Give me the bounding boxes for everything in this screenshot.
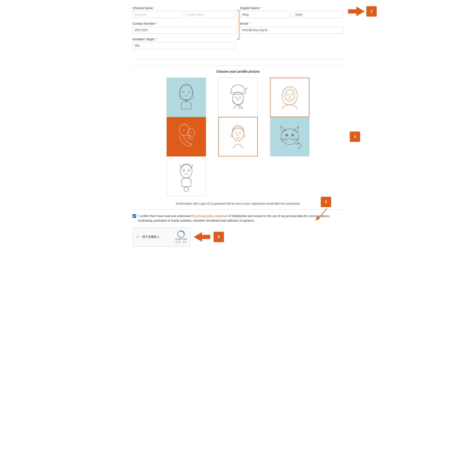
english-lastname-input[interactable] <box>293 11 343 18</box>
chinese-given-name-input[interactable] <box>186 11 236 18</box>
profile-picture-title: Choose your profile picture <box>133 70 343 73</box>
arrow-5-icon <box>314 207 328 222</box>
donation-required: * <box>156 37 157 41</box>
profile-grid <box>160 78 316 196</box>
badge-4: 4 <box>350 131 360 142</box>
page-container: Chinese Name English Name * <box>124 0 352 253</box>
recaptcha-brand: reCAPTCHA <box>175 238 187 240</box>
avatar-5-icon <box>224 121 252 152</box>
contact-required: * <box>156 22 157 25</box>
avatar-6[interactable] <box>270 117 309 156</box>
english-firstname-input[interactable] <box>240 11 290 18</box>
svg-point-18 <box>232 127 244 141</box>
email-label: Email * <box>240 22 343 25</box>
svg-marker-26 <box>294 126 299 132</box>
recaptcha-subtext: 隱私權．條款 <box>175 241 187 244</box>
svg-point-23 <box>291 94 293 95</box>
recaptcha-logo-area: reCAPTCHA 隱私權．條款 <box>175 230 187 244</box>
avatar-7[interactable] <box>167 156 206 196</box>
avatar-6-icon <box>276 121 303 152</box>
profile-col-3 <box>264 78 316 196</box>
form-row-names: Chinese Name English Name * <box>133 6 343 18</box>
donation-input[interactable] <box>133 42 236 49</box>
annotation-5: 5 <box>321 197 331 207</box>
profile-outer: 4 <box>133 78 343 196</box>
badge-3: 3 <box>366 6 377 17</box>
badge-5: 5 <box>321 197 331 207</box>
svg-marker-41 <box>194 232 210 242</box>
section-divider <box>133 65 343 66</box>
svg-point-1 <box>180 85 192 100</box>
svg-point-30 <box>292 134 293 136</box>
contact-input[interactable] <box>133 27 236 34</box>
svg-marker-0 <box>348 7 365 16</box>
annotation-3: 3 <box>348 6 377 17</box>
svg-line-32 <box>281 138 288 139</box>
avatar-7-icon <box>173 161 200 192</box>
avatar-4[interactable] <box>167 117 206 156</box>
arrow-3-icon <box>348 6 365 17</box>
svg-line-10 <box>188 169 189 170</box>
svg-line-35 <box>292 138 298 139</box>
svg-rect-17 <box>239 107 242 109</box>
english-name-col: English Name * 3 <box>240 6 343 18</box>
annotation-5-arrow <box>314 207 328 222</box>
avatar-2[interactable] <box>218 78 258 117</box>
recaptcha-label: 我不是機器人 <box>142 235 160 239</box>
english-name-required: * <box>261 6 262 10</box>
contact-number-col: Contact Number * <box>133 22 236 34</box>
svg-point-21 <box>285 90 295 101</box>
avatar-3[interactable] <box>270 78 309 117</box>
consent-checkbox[interactable] <box>133 214 136 218</box>
svg-point-5 <box>188 92 190 93</box>
svg-marker-31 <box>289 138 290 139</box>
form-row-contact-email: Contact Number * Email * <box>133 22 343 34</box>
chinese-name-label: Chinese Name <box>133 6 236 10</box>
recaptcha-left: ✓ 我不是機器人 <box>136 234 160 240</box>
svg-marker-39 <box>316 216 320 221</box>
svg-point-8 <box>180 164 192 178</box>
profile-picture-section: Choose your profile picture <box>133 70 343 196</box>
avatar-1-icon <box>173 82 200 113</box>
recaptcha-logo-icon <box>177 230 185 238</box>
email-input[interactable] <box>240 27 343 34</box>
confirmation-note: Confirmation with Login ID & password wi… <box>133 202 343 205</box>
svg-point-19 <box>235 132 237 134</box>
svg-point-22 <box>287 94 289 95</box>
english-name-inputs <box>240 11 343 18</box>
privacy-policy-link[interactable]: the privacy policy statement <box>192 214 228 218</box>
recaptcha-widget[interactable]: ✓ 我不是機器人 reCAPTCHA 隱私權．條款 <box>133 227 190 247</box>
badge-5-area: Confirmation with Login ID & password wi… <box>133 202 343 205</box>
svg-point-16 <box>239 97 241 98</box>
avatar-1[interactable] <box>167 78 206 117</box>
svg-point-13 <box>184 187 189 192</box>
svg-point-15 <box>235 97 237 98</box>
svg-marker-25 <box>281 126 286 132</box>
svg-point-11 <box>183 170 185 172</box>
svg-point-20 <box>239 132 241 134</box>
recaptcha-row: ✓ 我不是機器人 reCAPTCHA 隱私權．條款 6 <box>133 227 343 247</box>
donation-col: Donation Target * <box>133 37 236 49</box>
donation-label: Donation Target * <box>133 37 236 41</box>
avatar-4-icon <box>173 121 200 152</box>
svg-point-29 <box>286 134 288 136</box>
form-row-donation: Donation Target * <box>133 37 343 49</box>
badge-6: 6 <box>214 232 224 242</box>
recaptcha-checkmark: ✓ <box>136 234 140 240</box>
english-name-label: English Name * <box>240 6 343 10</box>
section-divider-2 <box>133 209 343 210</box>
svg-line-9 <box>183 169 185 170</box>
svg-point-4 <box>182 92 184 93</box>
consent-row: I confirm that I have read and understoo… <box>133 214 343 223</box>
avatar-3-icon <box>276 82 303 113</box>
chinese-name-col: Chinese Name <box>133 6 236 18</box>
email-required: * <box>249 22 250 25</box>
svg-point-12 <box>188 170 189 172</box>
annotation-4: 4 <box>350 131 360 142</box>
avatar-5[interactable] <box>218 117 258 156</box>
email-col: Email * <box>240 22 343 34</box>
chinese-surname-input[interactable] <box>133 11 183 18</box>
profile-col-1 <box>160 78 212 196</box>
form-section: Chinese Name English Name * <box>133 6 343 59</box>
profile-col-2 <box>212 78 264 196</box>
